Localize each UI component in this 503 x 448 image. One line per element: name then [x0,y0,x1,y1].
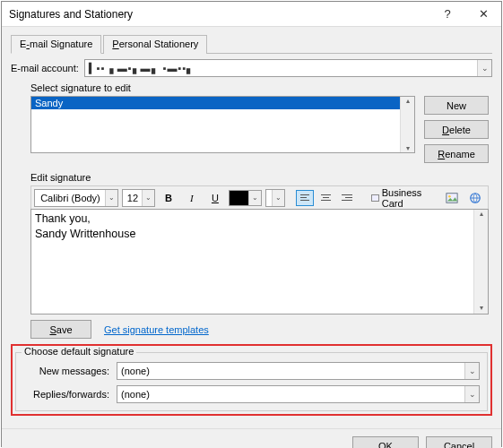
chevron-down-icon: ⌄ [464,386,479,402]
chevron-down-icon: ⌄ [105,190,117,206]
email-account-row: E-mail account: ▍▪▪▗ ▬▪▖▬▖ ▪▬▪▪▖ ⌄ [11,59,492,77]
window-title: Signatures and Stationery [9,8,429,21]
link-icon [469,192,481,204]
scrollbar[interactable]: ▴▾ [473,210,488,314]
card-icon [371,194,379,202]
default-signature-legend: Choose default signature [22,346,136,357]
new-messages-row: New messages: (none) ⌄ [23,362,480,380]
tab-strip: E-mail Signature Personal Stationery [11,34,492,54]
title-bar: Signatures and Stationery ? ✕ [2,2,501,27]
edit-signature-label: Edit signature [30,172,489,183]
font-color-split-button[interactable]: ⌄ [229,190,262,206]
font-size-combo[interactable]: 12 ⌄ [122,189,155,207]
signature-listbox[interactable]: Sandy ▴▾ [30,96,415,153]
signature-list-item[interactable]: Sandy [31,97,414,109]
signature-side-buttons: New Delete Rename [424,96,489,163]
italic-button[interactable]: I [182,189,202,207]
signature-select-section: Select signature to edit Sandy ▴▾ New De… [30,82,489,339]
bold-button[interactable]: B [159,189,178,207]
rename-button[interactable]: Rename [424,144,489,163]
save-row: Save Get signature templates [30,320,489,339]
chevron-down-icon: ⌄ [248,191,261,205]
ok-button[interactable]: OK [352,436,419,448]
alignment-dropdown[interactable]: ⌄ [265,189,285,207]
highlight-box: Choose default signature New messages: (… [11,344,492,416]
insert-picture-button[interactable] [442,189,462,207]
dialog-footer: OK Cancel [2,428,501,448]
underline-button[interactable]: U [205,189,225,207]
new-button[interactable]: New [424,96,489,115]
chevron-down-icon: ⌄ [477,60,491,76]
save-button[interactable]: Save [30,320,91,339]
editor-line: Thank you, [35,211,472,227]
signature-editor[interactable]: Thank you, Sandy Writtenhouse ▴▾ [30,209,489,314]
tab-personal-stationery[interactable]: Personal Stationery [103,35,207,54]
scrollbar[interactable]: ▴▾ [400,97,414,152]
align-right-button[interactable] [338,190,356,206]
replies-forwards-select[interactable]: (none) ⌄ [117,385,480,403]
picture-icon [446,192,458,204]
insert-hyperlink-button[interactable] [465,189,485,207]
default-signature-group: Choose default signature New messages: (… [15,352,488,411]
replies-forwards-row: Replies/forwards: (none) ⌄ [23,385,480,403]
chevron-down-icon: ⌄ [272,190,284,206]
new-messages-label: New messages: [23,366,109,376]
editor-toolbar: Calibri (Body) ⌄ 12 ⌄ B I U ⌄ ⌄ [30,185,489,209]
editor-line: Sandy Writtenhouse [35,227,472,242]
delete-button[interactable]: Delete [424,120,489,139]
new-messages-select[interactable]: (none) ⌄ [117,362,480,380]
email-account-combo[interactable]: ▍▪▪▗ ▬▪▖▬▖ ▪▬▪▪▖ ⌄ [84,59,492,77]
cancel-button[interactable]: Cancel [426,436,492,448]
dialog-body: E-mail Signature Personal Stationery E-m… [2,27,501,428]
get-templates-link[interactable]: Get signature templates [104,324,209,335]
close-button[interactable]: ✕ [465,2,501,27]
align-center-button[interactable] [317,190,335,206]
dialog-window: Signatures and Stationery ? ✕ E-mail Sig… [1,1,502,447]
replies-forwards-label: Replies/forwards: [23,389,109,400]
font-family-combo[interactable]: Calibri (Body) ⌄ [34,189,118,207]
svg-rect-0 [447,193,457,202]
business-card-button[interactable]: Business Card [368,189,438,207]
help-button[interactable]: ? [429,2,465,27]
chevron-down-icon: ⌄ [142,190,154,206]
color-swatch [230,191,248,205]
email-account-label: E-mail account: [11,63,79,73]
select-signature-label: Select signature to edit [30,82,489,93]
align-left-button[interactable] [296,190,314,206]
email-account-value: ▍▪▪▗ ▬▪▖▬▖ ▪▬▪▪▖ [89,63,195,74]
svg-point-1 [448,194,451,197]
tab-email-signature[interactable]: E-mail Signature [11,35,101,54]
chevron-down-icon: ⌄ [464,363,479,379]
